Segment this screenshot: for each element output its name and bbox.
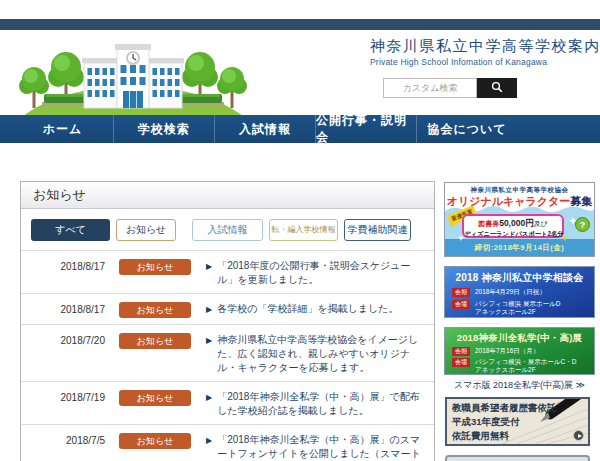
nav-item-exam-info[interactable]: 入試情報 (214, 115, 315, 143)
event-venue-badge: 会場 (452, 358, 470, 367)
event-venue-badge: 会場 (452, 300, 470, 309)
venue-line2: アネックスホール2F (475, 366, 536, 373)
title-main: オリジナルキャラクター (447, 195, 571, 207)
news-link[interactable]: 「2018年神奈川全私学（中・高）展」で配布した学校紹介誌を掲載しました。 (217, 390, 428, 418)
prize-amount: 50,000円 (499, 218, 534, 228)
prize-and: 及び (534, 220, 548, 227)
triangle-bullet-icon: ▶ (206, 433, 212, 461)
news-category-badge: お知らせ (119, 433, 191, 449)
deadline-text: 締切:2018年9月14日(金) (445, 243, 594, 253)
resume-banner-line1: 教職員希望者履歴書依託 (452, 402, 557, 415)
news-category-badge: お知らせ (119, 333, 191, 349)
news-category-badge: お知らせ (119, 259, 191, 275)
news-category-badge: お知らせ (119, 390, 191, 406)
news-row: 2018/7/20 お知らせ ▶神奈川県私立中学高等学校協会をイメージした、広く… (21, 324, 434, 381)
nav-item-events[interactable]: 公開行事・説明会 (315, 115, 416, 143)
news-category-badge: お知らせ (119, 302, 191, 318)
private-school-expo-banner[interactable]: 2018神奈川全私学(中・高)展 会期 2018年7月16日（月） 会場 パシフ… (444, 327, 595, 375)
news-filter-tabs: すべて お知らせ 入試情報 転・編入学校情報 学費補助関連 (21, 209, 434, 250)
news-date: 2018/7/5 (21, 433, 105, 446)
title-suffix: 募集 (570, 195, 592, 207)
prize-box: 図書券50,000円及び ディズニーランドパスポート2名分 (462, 214, 564, 238)
venue-line1: パシフィコ横浜・展示ホールC・D (475, 358, 576, 365)
page: 神奈川県私立中学高等学校案内 Private High School Infom… (0, 0, 600, 461)
play-arrow-icon (573, 430, 584, 441)
venue-line1: パシフィコ横浜 展示ホールD (475, 300, 561, 307)
event-venue: パシフィコ横浜・展示ホールC・Dアネックスホール2F (475, 358, 576, 375)
event-date: 2018年7月16日（月） (475, 347, 539, 357)
mascot-question-icon: ? (575, 217, 590, 232)
tab-exam-info[interactable]: 入試情報 (192, 219, 263, 241)
main-nav: ホーム 学校検索 入試情報 公開行事・説明会 協会について (0, 115, 600, 143)
news-panel: お知らせ すべて お知らせ 入試情報 転・編入学校情報 学費補助関連 2018/… (20, 181, 435, 461)
page-title: 神奈川県私立中学高等学校案内 (370, 37, 598, 56)
character-recruitment-banner[interactable]: 神奈川県私立中学高等学校協会 オリジナルキャラクター募集 最優秀賞 図書券50,… (444, 182, 595, 257)
venue-line2: アネックスホール2F (475, 308, 536, 315)
triangle-bullet-icon: ▶ (206, 302, 212, 317)
nav-item-home[interactable]: ホーム (12, 115, 113, 143)
search-button[interactable] (477, 78, 517, 98)
event-date-badge: 会期 (452, 347, 470, 356)
resume-consignment-banner[interactable]: 教職員希望者履歴書依託 平成31年度受付 依託費用無料 (445, 397, 590, 446)
news-row: 2018/7/19 お知らせ ▶「2018年神奈川全私学（中・高）展」で配布した… (21, 381, 434, 424)
news-row: 2018/7/5 お知らせ ▶「2018年神奈川全私学（中・高）展」のスマートフ… (21, 424, 434, 461)
news-row: 2018/8/17 お知らせ ▶「2018年度の公開行事・説明会スケジュール」を… (21, 250, 434, 293)
news-panel-title: お知らせ (21, 182, 434, 209)
news-date: 2018/8/17 (21, 259, 105, 272)
news-date: 2018/8/17 (21, 302, 105, 315)
event-title: 2018神奈川全私学(中・高)展 (452, 332, 587, 345)
consultation-event-banner[interactable]: 2018 神奈川私立中学相談会 会期 2018年4月29日（日祝） 会場 パシフ… (444, 266, 595, 318)
smartphone-site-link[interactable]: スマホ版 2018全私学(中高)展 ≫ (444, 379, 595, 392)
tab-all[interactable]: すべて (31, 219, 110, 241)
news-link[interactable]: 神奈川県私立中学高等学校協会をイメージした、広く認知され、親しみやすいオリジナル… (217, 333, 428, 375)
triangle-bullet-icon: ▶ (206, 259, 212, 287)
search-input[interactable] (383, 78, 477, 98)
resume-banner-line2: 平成31年度受付 (452, 416, 520, 429)
search-bar (383, 78, 517, 98)
event-date-badge: 会期 (452, 288, 470, 297)
school-illustration (8, 36, 258, 115)
news-date: 2018/7/19 (21, 390, 105, 403)
nav-item-school-search[interactable]: 学校検索 (113, 115, 214, 143)
news-date: 2018/7/20 (21, 333, 105, 346)
nav-item-about[interactable]: 協会について (416, 115, 517, 143)
tab-tuition-aid[interactable]: 学費補助関連 (344, 219, 411, 241)
event-date: 2018年4月29日（日祝） (475, 288, 546, 298)
page-subtitle: Private High School Infomation of Kanaga… (370, 57, 598, 67)
news-link[interactable]: 「2018年神奈川全私学（中・高）展」のスマートフォンサイトを公開しました（スマ… (217, 433, 428, 461)
prize-line2: ディズニーランドパスポート2名分 (464, 230, 562, 239)
site-title-block: 神奈川県私立中学高等学校案内 Private High School Infom… (370, 37, 598, 67)
partial-bottom-banner[interactable] (445, 455, 590, 461)
news-link[interactable]: 各学校の「学校詳細」を掲載しました。 (217, 302, 398, 317)
resume-banner-line3: 依託費用無料 (452, 430, 509, 443)
triangle-bullet-icon: ▶ (206, 333, 212, 375)
tab-news[interactable]: お知らせ (116, 219, 176, 241)
event-title: 2018 神奈川私立中学相談会 (452, 271, 587, 285)
magnifier-icon (491, 81, 503, 96)
tab-transfer-info[interactable]: 転・編入学校情報 (269, 219, 338, 241)
top-navy-strip (0, 19, 600, 30)
news-row: 2018/8/17 お知らせ ▶各学校の「学校詳細」を掲載しました。 (21, 293, 434, 324)
triangle-bullet-icon: ▶ (206, 390, 212, 418)
prize-label: 図書券 (478, 220, 499, 227)
news-link[interactable]: 「2018年度の公開行事・説明会スケジュール」を更新しました。 (217, 259, 428, 287)
event-venue: パシフィコ横浜 展示ホールDアネックスホール2F (475, 300, 561, 317)
